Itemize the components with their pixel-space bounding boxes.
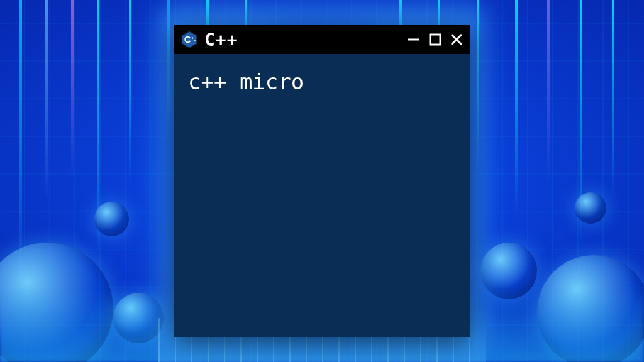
cpp-logo-icon: C + + xyxy=(180,31,198,48)
app-window: C + + C++ c++ xyxy=(174,25,470,337)
terminal-client-area[interactable]: c++ micro xyxy=(174,54,470,337)
maximize-icon xyxy=(429,33,441,46)
close-icon xyxy=(450,33,464,47)
terminal-text: c++ micro xyxy=(188,69,304,94)
close-button[interactable] xyxy=(450,33,464,47)
window-controls xyxy=(407,33,464,47)
minimize-button[interactable] xyxy=(407,33,421,47)
window-title: C++ xyxy=(204,30,238,50)
svg-text:C: C xyxy=(184,34,191,45)
minimize-icon xyxy=(407,33,421,47)
svg-rect-5 xyxy=(430,35,440,45)
titlebar[interactable]: C + + C++ xyxy=(174,25,470,54)
maximize-button[interactable] xyxy=(428,33,442,47)
